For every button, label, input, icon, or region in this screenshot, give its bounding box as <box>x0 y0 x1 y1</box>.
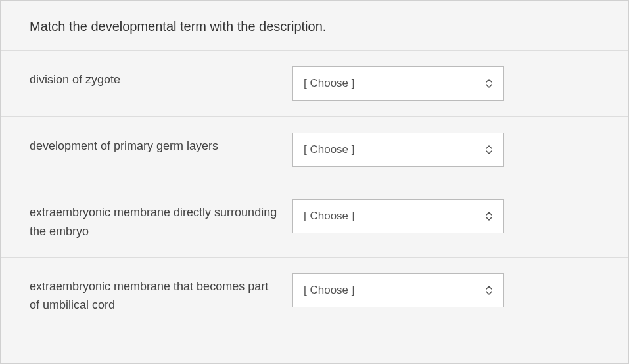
question-prompt: Match the developmental term with the de… <box>1 1 628 51</box>
match-row: extraembryonic membrane that becomes par… <box>1 258 628 331</box>
match-description: development of primary germ layers <box>30 133 292 156</box>
match-description: extraembryonic membrane directly surroun… <box>30 199 292 241</box>
dropdown-placeholder: [ Choose ] <box>304 284 355 297</box>
dropdown-placeholder: [ Choose ] <box>304 143 355 156</box>
updown-icon <box>485 144 493 156</box>
match-row: development of primary germ layers [ Cho… <box>1 117 628 183</box>
updown-icon <box>485 78 493 89</box>
match-description: division of zygote <box>30 66 292 89</box>
match-description: extraembryonic membrane that becomes par… <box>30 273 292 315</box>
dropdown-placeholder: [ Choose ] <box>304 210 355 223</box>
updown-icon <box>485 210 493 222</box>
updown-icon <box>485 284 493 296</box>
choose-dropdown[interactable]: [ Choose ] <box>292 199 504 233</box>
choose-dropdown[interactable]: [ Choose ] <box>292 66 504 101</box>
match-row: extraembryonic membrane directly surroun… <box>1 183 628 258</box>
choose-dropdown[interactable]: [ Choose ] <box>292 133 504 167</box>
dropdown-placeholder: [ Choose ] <box>304 77 355 90</box>
match-row: division of zygote [ Choose ] <box>1 51 628 117</box>
choose-dropdown[interactable]: [ Choose ] <box>292 273 504 307</box>
question-panel: Match the developmental term with the de… <box>0 0 629 364</box>
